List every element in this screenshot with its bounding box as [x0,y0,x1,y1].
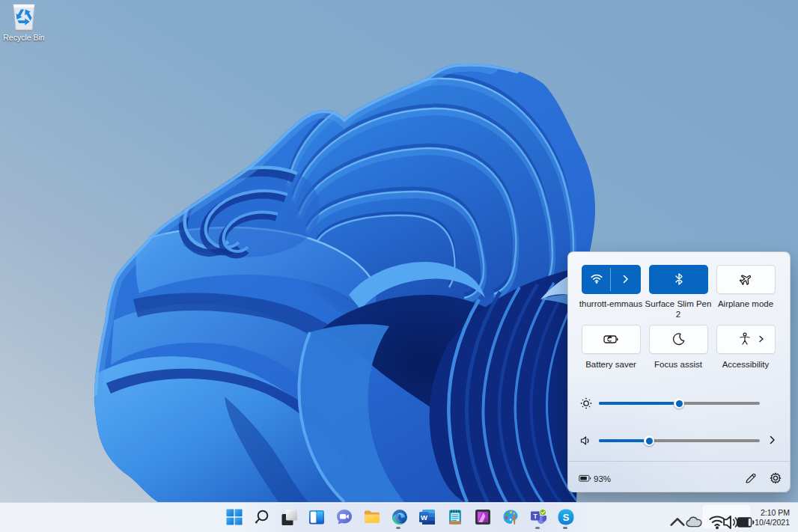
svg-text:W: W [421,513,427,522]
svg-text:T: T [533,513,537,520]
svg-text:S: S [563,512,570,523]
